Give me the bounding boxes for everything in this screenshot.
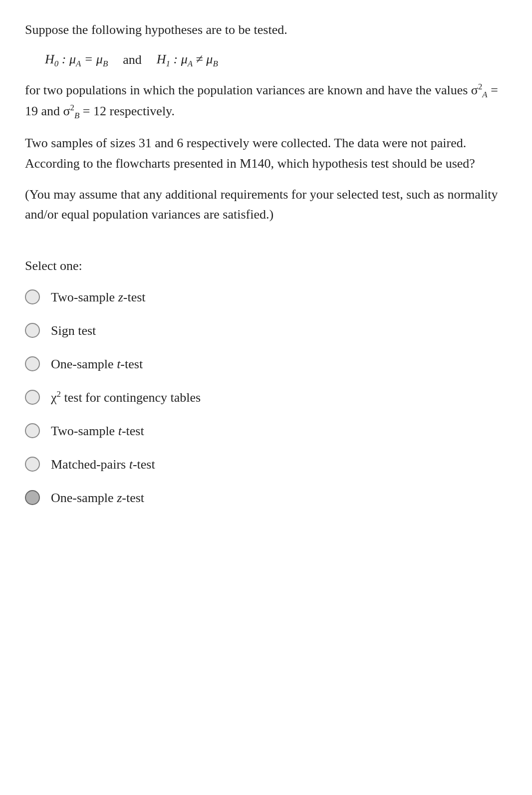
options-list: Two-sample z-test Sign test One-sample t…	[25, 287, 507, 508]
radio-chi-squared-test[interactable]	[25, 390, 40, 405]
radio-two-sample-t-test[interactable]	[25, 423, 40, 438]
body-text-3: (You may assume that any additional requ…	[25, 185, 507, 225]
option-label-two-sample-t-test: Two-sample t-test	[51, 421, 144, 441]
option-sign-test[interactable]: Sign test	[25, 321, 507, 340]
select-one-label: Select one:	[25, 256, 507, 275]
h1-label: H1 : μA ≠ μB	[157, 49, 218, 70]
intro-text: Suppose the following hypotheses are to …	[25, 20, 507, 39]
option-one-sample-t-test[interactable]: One-sample t-test	[25, 354, 507, 374]
hypothesis-line: H0 : μA = μB and H1 : μA ≠ μB	[45, 49, 507, 70]
h0-label: H0 : μA = μB	[45, 49, 108, 70]
body-text-1: for two populations in which the populat…	[25, 80, 507, 123]
h0-expression: H0 : μA = μB	[45, 49, 108, 70]
radio-two-sample-z-test[interactable]	[25, 289, 40, 304]
radio-one-sample-t-test[interactable]	[25, 356, 40, 371]
option-one-sample-z-test[interactable]: One-sample z-test	[25, 488, 507, 508]
question-block: Suppose the following hypotheses are to …	[25, 20, 507, 508]
h1-expression: H1 : μA ≠ μB	[157, 49, 218, 70]
option-label-one-sample-z-test: One-sample z-test	[51, 488, 144, 508]
spacer	[25, 236, 507, 251]
option-matched-pairs-t-test[interactable]: Matched-pairs t-test	[25, 455, 507, 474]
option-label-matched-pairs-t-test: Matched-pairs t-test	[51, 455, 155, 474]
radio-sign-test[interactable]	[25, 323, 40, 338]
option-two-sample-z-test[interactable]: Two-sample z-test	[25, 287, 507, 307]
body-text-2: Two samples of sizes 31 and 6 respective…	[25, 133, 507, 174]
option-label-chi-squared-test: χ2 test for contingency tables	[51, 388, 201, 407]
option-label-two-sample-z-test: Two-sample z-test	[51, 287, 146, 307]
radio-matched-pairs-t-test[interactable]	[25, 457, 40, 472]
option-label-sign-test: Sign test	[51, 321, 96, 340]
option-two-sample-t-test[interactable]: Two-sample t-test	[25, 421, 507, 441]
radio-one-sample-z-test[interactable]	[25, 490, 40, 505]
option-chi-squared-test[interactable]: χ2 test for contingency tables	[25, 388, 507, 407]
option-label-one-sample-t-test: One-sample t-test	[51, 354, 143, 374]
hypothesis-connector: and	[123, 50, 142, 69]
